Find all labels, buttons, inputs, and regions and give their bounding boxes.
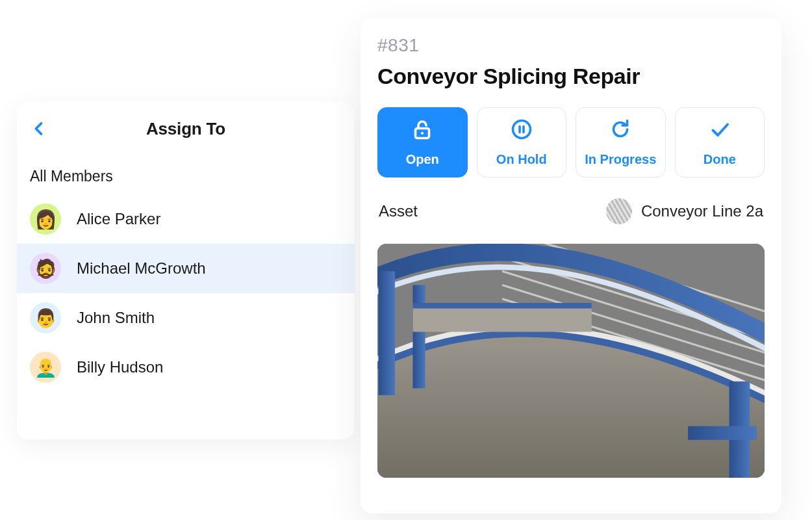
check-icon	[708, 118, 731, 144]
pause-icon	[510, 118, 533, 144]
members-section-label: All Members	[17, 156, 355, 194]
member-row[interactable]: 🧔Michael McGrowth	[17, 244, 355, 293]
member-row[interactable]: 👨John Smith	[17, 293, 355, 343]
members-list: 👩Alice Parker🧔Michael McGrowth👨John Smit…	[17, 194, 355, 392]
asset-row[interactable]: Asset Conveyor Line 2a	[377, 196, 765, 227]
asset-value: Conveyor Line 2a	[606, 198, 763, 224]
status-done-button[interactable]: Done	[675, 107, 765, 177]
chevron-left-icon	[30, 120, 48, 138]
status-label: Open	[406, 152, 439, 167]
member-name: Billy Hudson	[77, 358, 163, 376]
assign-header: Assign To	[17, 101, 355, 156]
member-row[interactable]: 👩Alice Parker	[17, 194, 355, 244]
status-row: OpenOn HoldIn ProgressDone	[377, 107, 765, 177]
status-on-hold-button[interactable]: On Hold	[477, 107, 567, 177]
asset-name: Conveyor Line 2a	[641, 202, 763, 220]
avatar: 👩	[30, 203, 61, 235]
member-name: Michael McGrowth	[77, 259, 206, 278]
ticket-title: Conveyor Splicing Repair	[377, 64, 765, 89]
svg-rect-13	[688, 426, 757, 440]
svg-point-1	[421, 132, 424, 135]
ticket-panel: #831 Conveyor Splicing Repair OpenOn Hol…	[361, 18, 781, 514]
assign-title: Assign To	[146, 119, 225, 139]
svg-rect-14	[379, 271, 395, 395]
member-name: Alice Parker	[77, 210, 160, 228]
cycle-icon	[609, 118, 632, 144]
asset-label: Asset	[379, 202, 418, 220]
avatar: 🧔	[30, 253, 61, 284]
svg-rect-17	[412, 303, 591, 308]
svg-point-2	[513, 121, 530, 138]
asset-thumb-icon	[606, 198, 632, 224]
status-label: On Hold	[496, 152, 547, 167]
member-name: John Smith	[77, 309, 155, 327]
avatar: 👨‍🦲	[30, 352, 61, 383]
status-label: In Progress	[585, 152, 656, 167]
status-in-progress-button[interactable]: In Progress	[576, 107, 666, 177]
status-label: Done	[704, 152, 736, 167]
assign-to-panel: Assign To All Members 👩Alice Parker🧔Mich…	[17, 101, 355, 439]
back-button[interactable]	[26, 116, 52, 142]
member-row[interactable]: 👨‍🦲Billy Hudson	[17, 343, 355, 392]
asset-image	[377, 244, 765, 478]
ticket-id: #831	[377, 35, 765, 56]
unlock-icon	[411, 118, 434, 144]
status-open-button[interactable]: Open	[377, 107, 468, 177]
avatar: 👨	[30, 302, 61, 333]
svg-rect-15	[412, 285, 425, 389]
